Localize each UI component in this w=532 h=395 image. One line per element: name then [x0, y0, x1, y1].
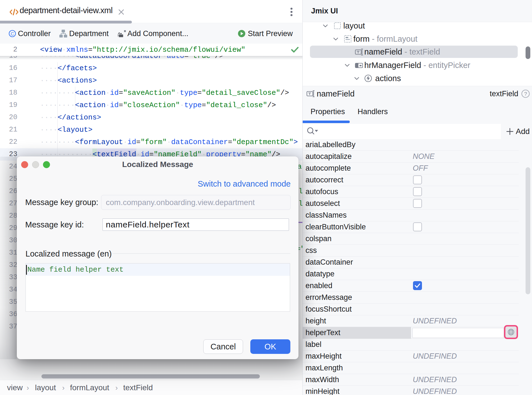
svg-text:C: C — [11, 32, 14, 36]
svg-text:?: ? — [524, 91, 527, 97]
